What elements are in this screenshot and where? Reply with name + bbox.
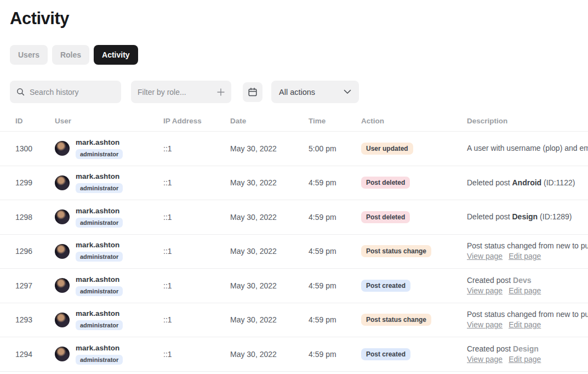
plus-icon <box>217 88 225 96</box>
avatar <box>55 209 70 224</box>
row-ip-address: ::1 <box>163 350 230 359</box>
row-time: 4:59 pm <box>309 281 361 290</box>
row-time: 4:59 pm <box>309 350 361 359</box>
activity-page: Activity Users Roles Activity <box>0 0 588 374</box>
edit-page-link[interactable]: Edit page <box>509 252 541 260</box>
avatar <box>55 313 70 327</box>
row-action-cell: Post deleted <box>361 177 467 189</box>
username: mark.ashton <box>76 207 119 215</box>
user-role-badge: administrator <box>76 149 123 159</box>
username: mark.ashton <box>76 275 119 284</box>
description-links: View pageEdit page <box>467 354 588 365</box>
row-user-cell: mark.ashton administrator <box>55 138 163 159</box>
row-action-cell: Post status change <box>361 314 467 326</box>
column-header-time: Time <box>309 117 361 125</box>
row-description-cell: Deleted post Design (ID:1289) <box>467 212 588 222</box>
row-ip-address: ::1 <box>163 178 230 187</box>
row-date: May 30, 2022 <box>230 281 309 290</box>
table-row: 1297 mark.ashton administrator ::1 May 3… <box>0 269 588 303</box>
action-badge: Post status change <box>361 245 431 257</box>
row-action-cell: Post deleted <box>361 211 467 223</box>
row-user-cell: mark.ashton administrator <box>55 344 163 365</box>
row-time: 4:59 pm <box>309 213 361 222</box>
row-time: 4:59 pm <box>309 315 361 324</box>
action-badge: Post deleted <box>361 177 410 189</box>
row-action-cell: Post created <box>361 280 467 292</box>
row-id: 1294 <box>10 350 55 359</box>
row-id: 1293 <box>10 315 55 324</box>
actions-select[interactable]: All actions <box>271 81 359 103</box>
row-id: 1300 <box>10 144 55 153</box>
edit-page-link[interactable]: Edit page <box>509 355 541 364</box>
action-badge: Post deleted <box>361 211 410 223</box>
row-ip-address: ::1 <box>163 281 230 290</box>
tab-activity[interactable]: Activity <box>94 45 138 65</box>
row-user-cell: mark.ashton administrator <box>55 275 163 296</box>
column-header-date: Date <box>230 117 309 125</box>
username: mark.ashton <box>76 241 119 249</box>
avatar <box>55 244 70 259</box>
view-page-link[interactable]: View page <box>467 355 503 364</box>
row-date: May 30, 2022 <box>230 144 309 153</box>
avatar <box>55 141 70 156</box>
column-header-ip-address: IP Address <box>163 117 230 125</box>
row-action-cell: Post created <box>361 348 467 360</box>
role-filter-box[interactable] <box>131 81 231 103</box>
table-row: 1299 mark.ashton administrator ::1 May 3… <box>0 166 588 201</box>
avatar <box>55 347 70 361</box>
username: mark.ashton <box>76 309 119 318</box>
calendar-icon <box>248 87 258 97</box>
table-row: 1294 mark.ashton administrator ::1 May 3… <box>0 337 588 372</box>
user-role-badge: administrator <box>76 355 123 365</box>
row-id: 1296 <box>10 247 55 256</box>
column-header-action: Action <box>361 117 467 125</box>
row-ip-address: ::1 <box>163 315 230 324</box>
tab-users[interactable]: Users <box>10 45 48 65</box>
row-ip-address: ::1 <box>163 144 230 153</box>
edit-page-link[interactable]: Edit page <box>509 286 541 295</box>
row-date: May 30, 2022 <box>230 350 309 359</box>
table-body: 1300 mark.ashton administrator ::1 May 3… <box>0 132 588 372</box>
row-id: 1299 <box>10 178 55 187</box>
view-page-link[interactable]: View page <box>467 286 503 295</box>
description-links: View pageEdit page <box>467 251 588 262</box>
date-filter-button[interactable] <box>243 82 262 102</box>
search-box[interactable] <box>10 81 121 103</box>
row-user-cell: mark.ashton administrator <box>55 309 163 330</box>
user-role-badge: administrator <box>76 183 123 193</box>
row-description-cell: Post status changed from new to publ Vie… <box>467 241 588 262</box>
filter-bar: All actions <box>10 81 588 103</box>
row-ip-address: ::1 <box>163 213 230 222</box>
row-description-cell: Deleted post Android (ID:1122) <box>467 178 588 188</box>
avatar <box>55 278 70 293</box>
row-user-cell: mark.ashton administrator <box>55 241 163 262</box>
table-row: 1298 mark.ashton administrator ::1 May 3… <box>0 200 588 235</box>
row-id: 1298 <box>10 213 55 222</box>
activity-table: ID User IP Address Date Time Action Desc… <box>0 111 588 372</box>
view-page-link[interactable]: View page <box>467 252 503 260</box>
page-title: Activity <box>10 9 588 29</box>
table-header-row: ID User IP Address Date Time Action Desc… <box>0 111 588 132</box>
username: mark.ashton <box>76 344 119 352</box>
edit-page-link[interactable]: Edit page <box>509 320 541 329</box>
actions-select-value: All actions <box>279 88 315 97</box>
avatar <box>55 175 70 190</box>
description-text: Created post Devs <box>467 275 588 286</box>
search-input[interactable] <box>30 88 115 97</box>
table-row: 1296 mark.ashton administrator ::1 May 3… <box>0 235 588 269</box>
column-header-id: ID <box>10 117 55 125</box>
view-page-link[interactable]: View page <box>467 320 503 329</box>
description-text: Created post Design <box>467 344 588 354</box>
tab-roles[interactable]: Roles <box>52 45 89 65</box>
row-description-cell: A user with username (plop) and emai <box>467 143 588 154</box>
column-header-description: Description <box>467 117 588 125</box>
row-id: 1297 <box>10 281 55 290</box>
role-filter-input[interactable] <box>138 88 217 97</box>
username: mark.ashton <box>76 138 119 146</box>
action-badge: User updated <box>361 143 413 155</box>
description-links: View pageEdit page <box>467 286 588 296</box>
description-links: View pageEdit page <box>467 320 588 330</box>
description-text: Deleted post Design (ID:1289) <box>467 212 588 222</box>
row-ip-address: ::1 <box>163 247 230 256</box>
username: mark.ashton <box>76 172 119 180</box>
